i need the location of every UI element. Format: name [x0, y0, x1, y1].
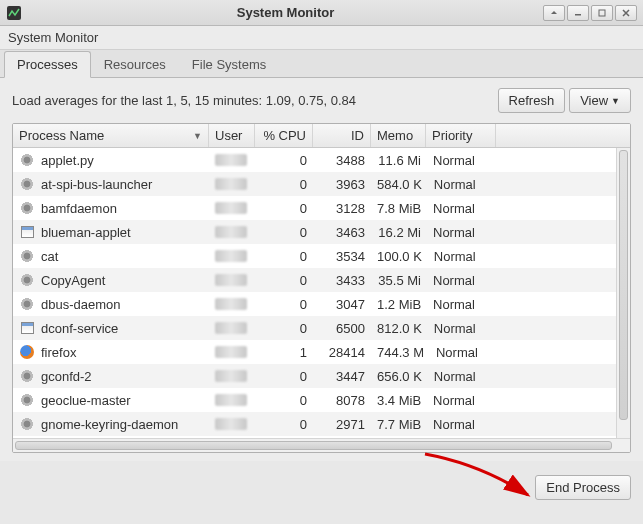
table-row[interactable]: blueman-applet0346316.2 MiNormal: [13, 220, 630, 244]
tab-processes[interactable]: Processes: [4, 51, 91, 78]
pid-value: 3534: [313, 249, 371, 264]
process-name-label: bamfdaemon: [41, 201, 117, 216]
memory-value: 3.4 MiB: [371, 393, 427, 408]
table-body: applet.py0348811.6 MiNormalat-spi-bus-la…: [13, 148, 630, 438]
memory-value: 812.0 K: [371, 321, 428, 336]
end-process-button[interactable]: End Process: [535, 475, 631, 500]
pid-value: 2971: [313, 417, 371, 432]
cpu-value: 0: [255, 393, 313, 408]
cpu-value: 0: [255, 417, 313, 432]
process-name-label: geoclue-master: [41, 393, 131, 408]
gear-icon: [19, 392, 35, 408]
process-name-label: dconf-service: [41, 321, 118, 336]
user-blurred: [215, 250, 247, 262]
svg-rect-1: [575, 14, 581, 16]
scrollbar-thumb[interactable]: [619, 150, 628, 420]
menubar[interactable]: System Monitor: [0, 26, 643, 50]
col-cpu[interactable]: % CPU: [255, 124, 313, 147]
window-icon: [19, 224, 35, 240]
memory-value: 656.0 K: [371, 369, 428, 384]
cpu-value: 0: [255, 201, 313, 216]
memory-value: 100.0 K: [371, 249, 428, 264]
cpu-value: 0: [255, 249, 313, 264]
process-table: Process Name▼ User % CPU ID Memo Priorit…: [12, 123, 631, 453]
process-name-label: dbus-daemon: [41, 297, 121, 312]
table-row[interactable]: firefox128414744.3 MNormal: [13, 340, 630, 364]
cpu-value: 1: [255, 345, 313, 360]
memory-value: 744.3 M: [371, 345, 430, 360]
gear-icon: [19, 176, 35, 192]
tab-resources[interactable]: Resources: [91, 51, 179, 78]
hscroll-thumb[interactable]: [15, 441, 612, 450]
gear-icon: [19, 200, 35, 216]
table-row[interactable]: applet.py0348811.6 MiNormal: [13, 148, 630, 172]
tab-file-systems[interactable]: File Systems: [179, 51, 279, 78]
memory-value: 584.0 K: [371, 177, 428, 192]
user-blurred: [215, 298, 247, 310]
pid-value: 8078: [313, 393, 371, 408]
priority-value: Normal: [427, 297, 497, 312]
user-blurred: [215, 394, 247, 406]
table-row[interactable]: cat03534100.0 KNormal: [13, 244, 630, 268]
priority-value: Normal: [428, 321, 498, 336]
footer: End Process: [0, 461, 643, 510]
table-row[interactable]: gconfd-203447656.0 KNormal: [13, 364, 630, 388]
tabs-row: Processes Resources File Systems: [0, 50, 643, 78]
view-button-label: View: [580, 93, 608, 108]
process-name-label: gconfd-2: [41, 369, 92, 384]
gear-icon: [19, 248, 35, 264]
col-priority[interactable]: Priority: [426, 124, 496, 147]
content-area: Load averages for the last 1, 5, 15 minu…: [0, 78, 643, 461]
table-row[interactable]: CopyAgent0343335.5 MiNormal: [13, 268, 630, 292]
process-name-label: at-spi-bus-launcher: [41, 177, 152, 192]
col-blank: [496, 124, 630, 147]
cpu-value: 0: [255, 321, 313, 336]
user-blurred: [215, 274, 247, 286]
pid-value: 3963: [313, 177, 371, 192]
gear-icon: [19, 416, 35, 432]
priority-value: Normal: [427, 153, 497, 168]
col-memo[interactable]: Memo: [371, 124, 426, 147]
gear-icon: [19, 296, 35, 312]
col-id[interactable]: ID: [313, 124, 371, 147]
view-button[interactable]: View▼: [569, 88, 631, 113]
memory-value: 16.2 Mi: [371, 225, 427, 240]
table-row[interactable]: at-spi-bus-launcher03963584.0 KNormal: [13, 172, 630, 196]
titlebar: System Monitor: [0, 0, 643, 26]
priority-value: Normal: [427, 201, 497, 216]
table-row[interactable]: gnome-keyring-daemon029717.7 MiBNormal: [13, 412, 630, 436]
priority-value: Normal: [430, 345, 500, 360]
user-blurred: [215, 154, 247, 166]
collapse-button[interactable]: [543, 5, 565, 21]
cpu-value: 0: [255, 297, 313, 312]
priority-value: Normal: [427, 273, 497, 288]
load-averages-label: Load averages for the last 1, 5, 15 minu…: [12, 93, 494, 108]
vertical-scrollbar[interactable]: [616, 148, 630, 438]
user-blurred: [215, 346, 247, 358]
memory-value: 11.6 Mi: [371, 153, 427, 168]
chevron-down-icon: ▼: [611, 96, 620, 106]
priority-value: Normal: [427, 393, 497, 408]
memory-value: 35.5 Mi: [371, 273, 427, 288]
cpu-value: 0: [255, 153, 313, 168]
user-blurred: [215, 178, 247, 190]
app-menu[interactable]: System Monitor: [8, 30, 98, 45]
user-blurred: [215, 418, 247, 430]
horizontal-scrollbar[interactable]: [13, 438, 630, 452]
maximize-button[interactable]: [591, 5, 613, 21]
table-row[interactable]: dconf-service06500812.0 KNormal: [13, 316, 630, 340]
refresh-button[interactable]: Refresh: [498, 88, 566, 113]
firefox-icon: [19, 344, 35, 360]
pid-value: 28414: [313, 345, 371, 360]
gear-icon: [19, 272, 35, 288]
col-process-name[interactable]: Process Name▼: [13, 124, 209, 147]
table-row[interactable]: bamfdaemon031287.8 MiBNormal: [13, 196, 630, 220]
minimize-button[interactable]: [567, 5, 589, 21]
col-user[interactable]: User: [209, 124, 255, 147]
table-row[interactable]: geoclue-master080783.4 MiBNormal: [13, 388, 630, 412]
memory-value: 1.2 MiB: [371, 297, 427, 312]
close-button[interactable]: [615, 5, 637, 21]
process-name-label: applet.py: [41, 153, 94, 168]
table-row[interactable]: dbus-daemon030471.2 MiBNormal: [13, 292, 630, 316]
table-header: Process Name▼ User % CPU ID Memo Priorit…: [13, 124, 630, 148]
